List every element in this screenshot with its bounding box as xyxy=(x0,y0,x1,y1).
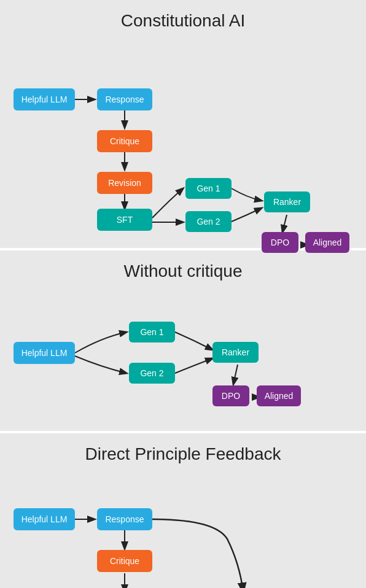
node-dpob: DPO xyxy=(212,385,249,406)
node-gen2: Gen 2 xyxy=(185,211,232,232)
node-gen1: Gen 1 xyxy=(185,178,232,199)
node-gen2b: Gen 2 xyxy=(129,363,175,384)
diagram-constitutional-ai: Helpful LLM Response Critique Revision S… xyxy=(6,44,360,234)
panel-without-critique: Without critique Helpful LLM Gen 1 Gen 2… xyxy=(0,250,366,431)
svg-line-7 xyxy=(233,365,238,384)
node-gen1b: Gen 1 xyxy=(129,322,175,342)
node-ranker: Ranker xyxy=(264,191,310,212)
node-revision: Revision xyxy=(97,172,152,194)
node-helpful-llm3: Helpful LLM xyxy=(14,508,75,530)
svg-line-5 xyxy=(282,215,287,232)
panel2-title: Without critique xyxy=(6,261,360,281)
node-critique3: Critique xyxy=(97,550,152,572)
node-response3: Response xyxy=(97,508,152,530)
panel3-title: Direct Principle Feedback xyxy=(6,444,360,464)
node-sft: SFT xyxy=(97,209,152,231)
node-aligned: Aligned xyxy=(305,232,349,253)
panel1-title: Constitutional AI xyxy=(6,11,360,31)
node-alignedb: Aligned xyxy=(257,385,301,406)
node-helpful-llm: Helpful LLM xyxy=(14,88,75,110)
diagram-dpf: Helpful LLM Response Critique Revision D… xyxy=(6,478,360,588)
diagram-without-critique: Helpful LLM Gen 1 Gen 2 Ranker DPO Align… xyxy=(6,295,360,417)
arrows-dpf xyxy=(6,478,360,588)
panel-constitutional-ai: Constitutional AI xyxy=(0,0,366,248)
node-response: Response xyxy=(97,88,152,110)
node-helpful-llm2: Helpful LLM xyxy=(14,342,75,364)
node-critique: Critique xyxy=(97,130,152,152)
node-dpo: DPO xyxy=(262,232,298,253)
panel-dpf: Direct Principle Feedback Helpful LLM Re… xyxy=(0,433,366,588)
node-rankerb: Ranker xyxy=(212,342,259,363)
